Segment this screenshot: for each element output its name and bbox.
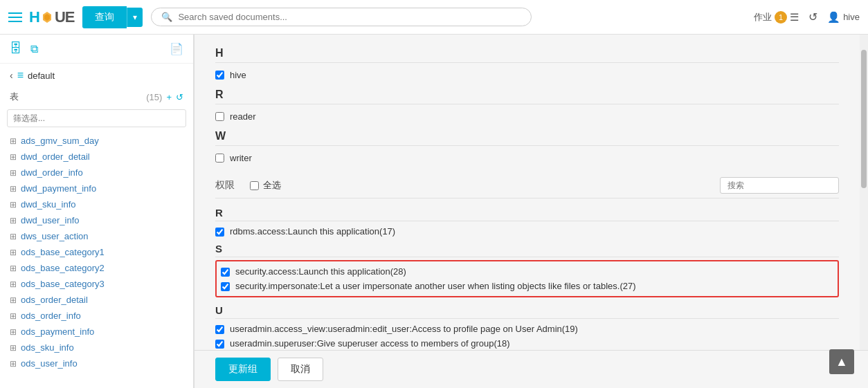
query-dropdown-button[interactable]: ▾ (127, 8, 143, 27)
table-list-item[interactable]: ⊞dwd_order_detail (0, 149, 193, 165)
checkbox-useradmin-view[interactable] (215, 325, 224, 334)
checkbox-security-impersonate[interactable] (221, 282, 230, 291)
table-filter-input[interactable] (7, 109, 186, 127)
table-link[interactable]: ods_base_category3 (21, 279, 105, 289)
groups-section: H hive R reader W writer (195, 35, 860, 166)
checkbox-hive[interactable] (215, 71, 224, 80)
content-area: H hive R reader W writer (195, 35, 868, 388)
perm-label-security-impersonate: security.impersonate:Let a user imperson… (235, 281, 636, 291)
security-highlight-box: security.access:Launch this application(… (215, 260, 839, 297)
table-link[interactable]: dwd_order_detail (21, 151, 90, 162)
group-item-reader: reader (215, 109, 839, 124)
copy-icon[interactable]: ⧉ (30, 43, 38, 55)
history-icon: ↺ (808, 10, 817, 24)
checkbox-rdbms[interactable] (215, 228, 224, 237)
table-list-item[interactable]: ⊞dws_user_action (0, 228, 193, 244)
table-list-item[interactable]: ⊞ads_gmv_sum_day (0, 133, 193, 149)
table-icon: ⊞ (10, 136, 17, 146)
list-icon: ☰ (790, 11, 799, 24)
scrollbar-thumb[interactable] (861, 50, 867, 188)
hamburger-menu-icon[interactable] (8, 12, 22, 22)
refresh-icon[interactable]: ↺ (176, 92, 183, 102)
search-input[interactable] (178, 12, 521, 22)
table-link[interactable]: ods_order_info (21, 311, 81, 321)
table-icon: ⊞ (10, 216, 17, 225)
table-link[interactable]: ods_order_detail (21, 295, 88, 305)
table-icon: ⊞ (10, 327, 17, 337)
table-link[interactable]: dws_user_action (21, 231, 89, 241)
table-link[interactable]: dwd_order_info (21, 167, 83, 178)
cancel-button[interactable]: 取消 (278, 358, 323, 381)
table-link[interactable]: dwd_payment_info (21, 183, 96, 194)
bottom-bar: 更新组 取消 (195, 350, 868, 388)
table-icon: ⊞ (10, 232, 17, 241)
user-area[interactable]: 👤 hive (827, 11, 860, 24)
search-bar: 🔍 (151, 8, 532, 26)
table-list-item[interactable]: ⊞dwd_payment_info (0, 181, 193, 196)
table-link[interactable]: dwd_sku_info (21, 199, 76, 210)
table-list-item[interactable]: ⊞ods_base_category3 (0, 276, 193, 292)
section-w-header: W (215, 124, 839, 146)
perm-section-s-header: S (215, 239, 839, 257)
table-list-item[interactable]: ⊞ods_payment_info (0, 324, 193, 340)
table-link[interactable]: ods_sku_info (21, 342, 74, 353)
table-link[interactable]: ads_gmv_sum_day (21, 136, 99, 146)
sidebar-icon-bar: 🗄 ⧉ 📄 (0, 35, 193, 64)
add-table-icon[interactable]: + (166, 92, 172, 102)
section-h-header: H (215, 41, 839, 63)
table-link[interactable]: ods_user_info (21, 358, 78, 369)
db-header[interactable]: ‹ ≡ default (0, 64, 193, 87)
table-list-item[interactable]: ⊞dwd_sku_info (0, 196, 193, 212)
table-list-item[interactable]: ⊞ods_order_info (0, 308, 193, 324)
database-icon[interactable]: 🗄 (10, 41, 22, 56)
group-label-reader: reader (230, 111, 256, 122)
table-link[interactable]: ods_base_category2 (21, 263, 105, 273)
perm-label-useradmin-superuser: useradmin.superuser:Give superuser acces… (230, 338, 510, 349)
table-icon: ⊞ (10, 184, 17, 194)
select-all-checkbox[interactable] (250, 181, 259, 190)
scrollbar-area[interactable] (860, 35, 868, 350)
table-list-item[interactable]: ⊞ods_sku_info (0, 340, 193, 355)
scroll-top-button[interactable]: ▲ (829, 349, 854, 374)
group-item-hive: hive (215, 67, 839, 83)
sidebar: 🗄 ⧉ 📄 ‹ ≡ default 表 (15) + ↺ ⊞ads_gmv_su… (0, 35, 194, 388)
table-list-item[interactable]: ⊞ods_base_category2 (0, 260, 193, 276)
checkbox-security-access[interactable] (221, 268, 230, 277)
update-group-button[interactable]: 更新组 (215, 358, 271, 381)
select-all-label: 全选 (263, 179, 281, 192)
table-icon: ⊞ (10, 279, 17, 289)
query-button[interactable]: 查询 (82, 6, 127, 28)
group-label-writer: writer (230, 153, 252, 163)
table-link[interactable]: ods_payment_info (21, 326, 94, 337)
table-icon: ⊞ (10, 248, 17, 257)
table-icon: ⊞ (10, 200, 17, 210)
permissions-label: 权限 (215, 179, 235, 192)
app-logo: H UE (29, 8, 74, 26)
table-list: ⊞ads_gmv_sum_day⊞dwd_order_detail⊞dwd_or… (0, 130, 193, 388)
table-link[interactable]: ods_base_category1 (21, 247, 105, 257)
checkbox-useradmin-superuser[interactable] (215, 340, 224, 349)
file-icon[interactable]: 📄 (170, 42, 183, 55)
checkbox-reader[interactable] (215, 112, 224, 121)
permissions-search-input[interactable] (720, 177, 839, 194)
permissions-header-row: 权限 全选 (215, 173, 839, 198)
navbar: H UE 查询 ▾ 🔍 作业 1 ☰ ↺ 👤 hive (0, 0, 868, 35)
jobs-item[interactable]: 作业 1 ☰ (754, 11, 799, 24)
db-name: default (28, 71, 55, 81)
table-list-item[interactable]: ⊞ods_user_info (0, 355, 193, 371)
user-icon: 👤 (827, 11, 840, 24)
table-link[interactable]: dwd_user_info (21, 215, 80, 225)
checkbox-writer[interactable] (215, 154, 224, 163)
table-icon: ⊞ (10, 311, 17, 321)
table-list-item[interactable]: ⊞dwd_order_info (0, 165, 193, 181)
table-label: 表 (10, 91, 19, 103)
history-item[interactable]: ↺ (808, 10, 817, 24)
table-list-item[interactable]: ⊞dwd_user_info (0, 212, 193, 228)
table-icon: ⊞ (10, 343, 17, 353)
logo-bee-icon (40, 10, 54, 24)
table-list-item[interactable]: ⊞ods_base_category1 (0, 244, 193, 260)
table-icon: ⊞ (10, 359, 17, 369)
perm-section-r-header: R (215, 203, 839, 221)
jobs-label: 作业 (754, 11, 772, 24)
table-list-item[interactable]: ⊞ods_order_detail (0, 292, 193, 308)
